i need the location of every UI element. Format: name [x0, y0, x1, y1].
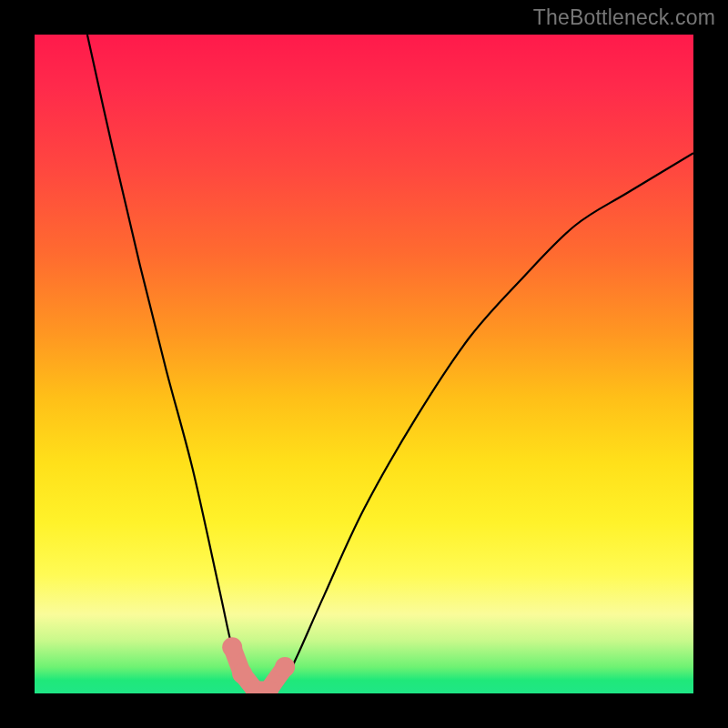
marker-dot: [222, 637, 242, 657]
curve-layer: [35, 35, 693, 693]
chart-frame: TheBottleneck.com: [0, 0, 728, 728]
highlighted-points-group: [222, 637, 295, 693]
plot-area: [35, 35, 693, 693]
curve-path: [87, 35, 693, 693]
watermark-text: TheBottleneck.com: [533, 5, 715, 30]
bottleneck-curve: [87, 35, 693, 693]
marker-dot: [232, 663, 252, 683]
marker-dot: [275, 657, 295, 677]
